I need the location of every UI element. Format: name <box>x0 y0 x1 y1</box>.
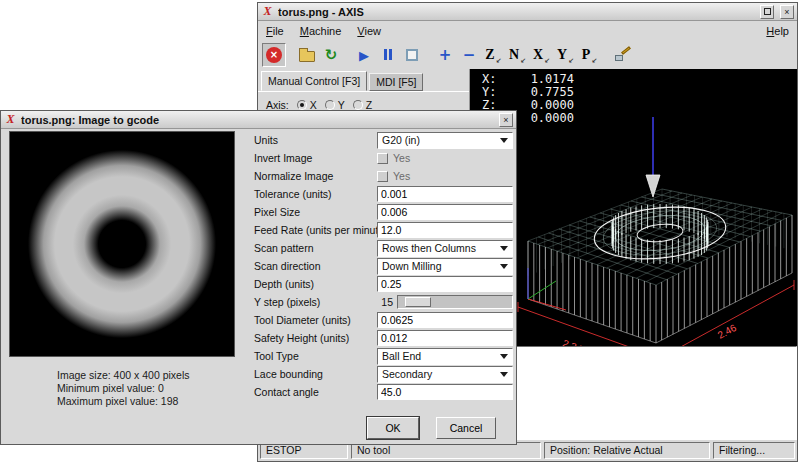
stop-icon <box>406 49 418 61</box>
chevron-down-icon <box>500 246 508 251</box>
radio-z-icon <box>353 100 363 110</box>
axis-titlebar[interactable]: X torus.png - AXIS × <box>258 3 797 21</box>
field-label-normalize: Normalize Image <box>254 170 377 182</box>
chevron-down-icon <box>500 372 508 377</box>
image-size-text: Image size: 400 x 400 pixels <box>57 369 237 382</box>
invert-image-checkbox-label: Yes <box>393 152 410 164</box>
feed-rate-input[interactable] <box>377 222 513 238</box>
reload-button[interactable]: ↻ <box>319 43 343 67</box>
depth-input[interactable] <box>377 276 513 292</box>
dialog-app-icon: X <box>4 112 17 127</box>
axis-toolbar: × ↻ ▶ + − Z N X Y P <box>258 41 797 69</box>
view-p-icon: P <box>582 47 597 63</box>
field-label-feed-rate: Feed Rate (units per minute) <box>254 224 377 236</box>
zoom-in-button[interactable]: + <box>433 43 457 67</box>
ystep-slider-handle[interactable] <box>405 297 431 307</box>
view-x-icon: X <box>533 47 549 63</box>
invert-image-checkbox[interactable] <box>377 153 388 164</box>
radio-x-icon <box>297 100 307 110</box>
ystep-slider[interactable] <box>397 295 513 309</box>
field-label-lace-bounding: Lace bounding <box>254 368 377 380</box>
field-label-pixel-size: Pixel Size <box>254 206 377 218</box>
tool-cone-icon <box>646 175 660 197</box>
chevron-down-icon <box>500 354 508 359</box>
view-x-button[interactable]: X <box>529 43 553 67</box>
lace-bounding-select[interactable]: Secondary <box>377 366 513 383</box>
view-z2-button[interactable]: N <box>505 43 529 67</box>
image-to-gcode-dialog: X torus.png: Image to gcode × Image size… <box>0 110 517 445</box>
reload-icon: ↻ <box>325 48 338 63</box>
view-z-icon: Z <box>485 47 500 63</box>
field-label-tool-type: Tool Type <box>254 350 377 362</box>
run-button[interactable]: ▶ <box>352 43 376 67</box>
view-y-button[interactable]: Y <box>553 43 577 67</box>
maximize-button[interactable] <box>760 5 774 19</box>
field-label-units: Units <box>254 134 377 146</box>
units-value: G20 (in) <box>382 134 420 146</box>
cancel-button[interactable]: Cancel <box>436 417 496 439</box>
field-label-scan-pattern: Scan pattern <box>254 242 377 254</box>
run-icon: ▶ <box>359 48 369 63</box>
close-button[interactable]: × <box>780 5 794 19</box>
toolbar-separator <box>601 43 610 67</box>
radio-y-icon <box>325 100 335 110</box>
field-label-contact-angle: Contact angle <box>254 386 377 398</box>
preview-panel[interactable]: 2.34 2.46 X: 1.0174 Y: 0.7755 Z: <box>470 69 797 346</box>
pause-button[interactable] <box>376 43 400 67</box>
field-label-y-step: Y step (pixels) <box>254 296 377 308</box>
estop-button[interactable]: × <box>262 43 286 67</box>
field-label-tolerance: Tolerance (units) <box>254 188 377 200</box>
scan-direction-value: Down Milling <box>382 260 442 272</box>
scan-direction-select[interactable]: Down Milling <box>377 258 513 275</box>
zoom-out-icon: − <box>463 46 476 64</box>
tool-type-select[interactable]: Ball End <box>377 348 513 365</box>
max-pixel-text: Maximum pixel value: 198 <box>57 395 237 408</box>
axis-app-icon: X <box>261 4 274 19</box>
dialog-titlebar[interactable]: X torus.png: Image to gcode × <box>1 111 516 129</box>
status-position: Position: Relative Actual <box>544 442 710 459</box>
view-z-button[interactable]: Z <box>481 43 505 67</box>
field-label-depth: Depth (units) <box>254 278 377 290</box>
ystep-value: 15 <box>377 296 393 308</box>
gcode-options-form: Units G20 (in) Invert Image Yes Normaliz… <box>254 131 513 401</box>
ok-button[interactable]: OK <box>367 417 419 439</box>
pixel-size-input[interactable] <box>377 204 513 220</box>
view-p-button[interactable]: P <box>577 43 601 67</box>
dialog-title: torus.png: Image to gcode <box>21 114 495 126</box>
maximize-icon <box>764 8 771 15</box>
units-select[interactable]: G20 (in) <box>377 132 513 149</box>
clear-plot-button[interactable] <box>610 43 634 67</box>
tab-manual-control[interactable]: Manual Control [F3] <box>261 71 367 91</box>
estop-icon: × <box>266 47 282 63</box>
stop-button[interactable] <box>400 43 424 67</box>
menu-help[interactable]: Help <box>766 25 789 37</box>
menu-file[interactable]: File <box>266 25 284 37</box>
tab-mdi[interactable]: MDI [F5] <box>369 73 423 91</box>
scan-pattern-value: Rows then Columns <box>382 242 476 254</box>
zoom-out-button[interactable]: − <box>457 43 481 67</box>
contact-angle-input[interactable] <box>377 384 513 400</box>
dialog-buttons: OK Cancel <box>367 417 496 439</box>
toolbar-separator <box>286 43 295 67</box>
torus-preview-image <box>9 131 235 357</box>
dialog-close-button[interactable]: × <box>499 113 513 127</box>
toolbar-separator <box>424 43 433 67</box>
dimension-label-left: 2.34 <box>561 338 583 346</box>
field-label-invert: Invert Image <box>254 152 377 164</box>
toolbar-separator <box>343 43 352 67</box>
dimension-label-right: 2.46 <box>716 322 739 341</box>
safety-height-input[interactable] <box>377 330 513 346</box>
field-label-tool-diameter: Tool Diameter (units) <box>254 314 377 326</box>
menu-view[interactable]: View <box>357 25 381 37</box>
normalize-image-checkbox-label: Yes <box>393 170 410 182</box>
tool-type-value: Ball End <box>382 350 421 362</box>
status-filtering: Filtering... <box>713 442 795 459</box>
menu-machine[interactable]: Machine <box>300 25 342 37</box>
tolerance-input[interactable] <box>377 186 513 202</box>
scan-pattern-select[interactable]: Rows then Columns <box>377 240 513 257</box>
normalize-image-checkbox[interactable] <box>377 171 388 182</box>
open-file-button[interactable] <box>295 43 319 67</box>
tool-diameter-input[interactable] <box>377 312 513 328</box>
zoom-in-icon: + <box>439 46 452 64</box>
pause-icon <box>383 46 393 64</box>
